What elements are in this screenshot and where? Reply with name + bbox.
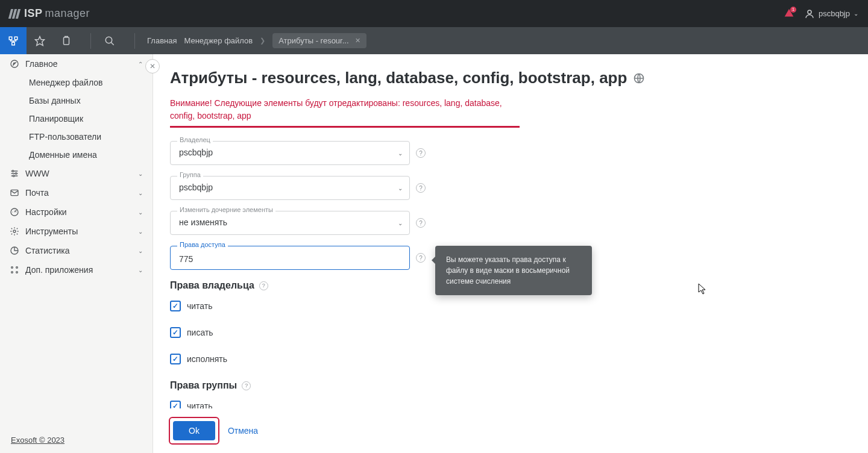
top-bar: ISPmanager 1 pscbqbjp ⌄: [0, 0, 868, 27]
svg-rect-5: [64, 37, 69, 45]
sidebar-item-main[interactable]: Главное ⌃: [0, 54, 153, 73]
sidebar-sub-ftp[interactable]: FTP-пользователи: [0, 128, 153, 146]
logo-suffix: manager: [45, 7, 90, 20]
sidebar-item-settings[interactable]: Настройки ⌄: [0, 202, 153, 222]
chevron-down-icon: ⌄: [138, 267, 143, 273]
sidebar-item-apps[interactable]: Доп. приложения ⌄: [0, 260, 153, 280]
help-icon[interactable]: ?: [416, 183, 426, 193]
ok-button[interactable]: Ok: [173, 421, 215, 440]
pie-icon: [10, 246, 19, 255]
sidebar-item-label: Доп. приложения: [25, 265, 93, 275]
permissions-label: Права доступа: [177, 241, 228, 248]
sidebar-footer-link[interactable]: Exosoft © 2023: [0, 427, 153, 453]
breadcrumb-home[interactable]: Главная: [147, 36, 177, 45]
svg-point-14: [13, 230, 16, 233]
sidebar-item-www[interactable]: WWW ⌄: [0, 164, 153, 183]
help-icon[interactable]: ?: [242, 381, 251, 390]
sidebar-item-label: Настройки: [25, 207, 67, 217]
sidebar-collapse-button[interactable]: ✕: [145, 59, 160, 73]
logo-bars-icon: [10, 9, 19, 19]
gauge-icon: [10, 207, 19, 217]
tree-icon: [8, 36, 19, 46]
sidebar-sub-databases[interactable]: Базы данных: [0, 92, 153, 110]
notifications-button[interactable]: 1: [784, 8, 794, 19]
svg-point-9: [12, 170, 14, 172]
svg-point-16: [11, 267, 13, 269]
recursive-field[interactable]: Изменить дочерние элементы не изменять ⌄…: [170, 211, 410, 235]
star-icon: [34, 36, 45, 46]
sidebar-item-label: WWW: [25, 169, 49, 178]
checkbox-label: читать: [187, 301, 213, 311]
sidebar-sub-filemanager[interactable]: Менеджер файлов: [0, 73, 153, 92]
action-bar: Ok Отмена: [169, 408, 860, 453]
permissions-tooltip: Вы можете указать права доступа к файлу …: [435, 246, 592, 295]
sidebar-item-label: Главное: [25, 59, 58, 69]
owner-exec-checkbox[interactable]: ✓ исполнять: [170, 354, 851, 364]
recursive-label: Изменить дочерние элементы: [177, 206, 275, 213]
warning-text: Внимание! Следующие элементы будут отред…: [170, 97, 520, 128]
help-icon[interactable]: ?: [416, 218, 426, 228]
sidebar-item-label: Инструменты: [25, 226, 78, 236]
help-icon[interactable]: ?: [416, 253, 426, 263]
breadcrumb-tab-label: Атрибуты - resour...: [278, 36, 348, 45]
group-select[interactable]: pscbqbjp: [170, 176, 410, 200]
search-button[interactable]: [97, 36, 122, 46]
help-icon[interactable]: ?: [259, 281, 268, 290]
clipboard-icon: [61, 36, 72, 46]
svg-marker-4: [36, 36, 45, 45]
user-menu[interactable]: pscbqbjp ⌄: [804, 8, 858, 19]
group-perms-heading: Права группы ?: [170, 380, 851, 391]
svg-point-10: [15, 173, 17, 175]
favorites-button[interactable]: [27, 27, 53, 54]
svg-rect-1: [9, 37, 12, 40]
breadcrumb-tab[interactable]: Атрибуты - resour... ✕: [272, 33, 366, 48]
chevron-down-icon: ⌄: [138, 248, 143, 254]
cancel-button[interactable]: Отмена: [228, 426, 258, 436]
breadcrumb-tab-close[interactable]: ✕: [355, 37, 360, 45]
mail-icon: [10, 188, 19, 198]
permissions-input[interactable]: [170, 246, 410, 270]
owner-label: Владелец: [177, 136, 213, 143]
svg-marker-8: [13, 63, 16, 65]
search-icon: [104, 36, 115, 46]
checkbox-label: исполнять: [187, 354, 227, 364]
checkbox-label: писать: [187, 328, 213, 337]
owner-select[interactable]: pscbqbjp: [170, 141, 410, 165]
owner-read-checkbox[interactable]: ✓ читать: [170, 301, 851, 311]
help-icon[interactable]: ?: [416, 148, 426, 158]
svg-rect-3: [12, 42, 15, 45]
svg-rect-2: [14, 37, 17, 40]
tree-view-button[interactable]: [0, 27, 27, 54]
checkbox-checked-icon: ✓: [170, 327, 181, 338]
svg-point-18: [11, 272, 13, 273]
recursive-select[interactable]: не изменять: [170, 211, 410, 235]
sidebar-item-mail[interactable]: Почта ⌄: [0, 183, 153, 202]
svg-point-6: [105, 37, 112, 43]
username: pscbqbjp: [819, 9, 850, 18]
logo-prefix: ISP: [24, 7, 43, 20]
app-logo: ISPmanager: [10, 7, 90, 20]
main-content: Атрибуты - resources, lang, database, co…: [153, 54, 868, 453]
checkbox-checked-icon: ✓: [170, 354, 181, 364]
breadcrumb-chevron-icon: ❯: [260, 37, 265, 45]
sidebar-sub-scheduler[interactable]: Планировщик: [0, 110, 153, 128]
sidebar-item-tools[interactable]: Инструменты ⌄: [0, 222, 153, 241]
clipboard-button[interactable]: [53, 27, 80, 54]
notifications-badge: 1: [790, 7, 796, 13]
toolbar: Главная Менеджер файлов ❯ Атрибуты - res…: [0, 27, 868, 54]
sidebar-item-stats[interactable]: Статистика ⌄: [0, 241, 153, 260]
checkbox-checked-icon: ✓: [170, 301, 181, 311]
svg-point-11: [13, 175, 14, 177]
user-icon: [804, 8, 815, 19]
chevron-up-icon: ⌃: [138, 61, 143, 67]
chevron-down-icon: ⌄: [138, 228, 143, 235]
permissions-field[interactable]: Права доступа ? Вы можете указать права …: [170, 246, 410, 270]
compass-icon: [10, 59, 19, 69]
breadcrumb-fm[interactable]: Менеджер файлов: [184, 36, 253, 45]
svg-point-0: [808, 10, 811, 14]
gear-icon: [10, 226, 19, 236]
sidebar-sub-domains[interactable]: Доменные имена: [0, 146, 153, 164]
owner-write-checkbox[interactable]: ✓ писать: [170, 327, 851, 338]
group-field[interactable]: Группа pscbqbjp ⌄ ?: [170, 176, 410, 200]
owner-field[interactable]: Владелец pscbqbjp ⌄ ?: [170, 141, 410, 165]
